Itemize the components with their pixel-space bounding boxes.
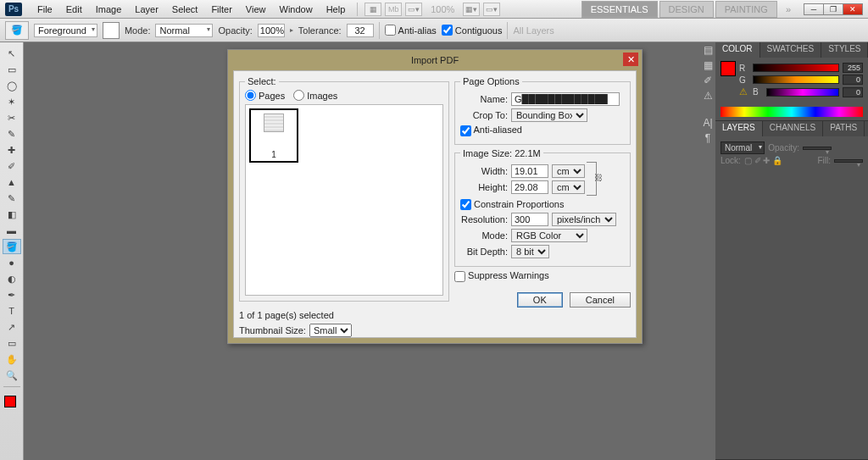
foreground-color-swatch[interactable]: [4, 396, 16, 407]
tab-layers[interactable]: LAYERS: [715, 121, 763, 136]
arrange-docs-icon[interactable]: ▦▾: [463, 3, 480, 16]
crop-to-select[interactable]: Bounding Box: [511, 108, 587, 122]
tool-lasso[interactable]: ◯: [3, 78, 21, 93]
tool-move[interactable]: ↖: [3, 46, 21, 61]
layer-fill-input[interactable]: [834, 159, 863, 163]
menu-layer[interactable]: Layer: [128, 2, 165, 17]
zoom-level[interactable]: 100%: [424, 2, 461, 17]
height-unit-select[interactable]: cm: [552, 180, 585, 194]
b-value[interactable]: 0: [843, 87, 863, 97]
color-swatches[interactable]: [4, 396, 19, 411]
menu-filter[interactable]: Filter: [204, 2, 238, 17]
tool-eraser[interactable]: ◧: [3, 207, 21, 222]
gamut-warning-icon[interactable]: ⚠: [739, 86, 748, 97]
tool-gradient[interactable]: ▬: [3, 223, 21, 238]
g-slider[interactable]: [753, 75, 839, 84]
tool-quick-select[interactable]: ✶: [3, 94, 21, 109]
tool-marquee[interactable]: ▭: [3, 62, 21, 77]
r-value[interactable]: 255: [843, 63, 863, 73]
dialog-close-button[interactable]: ✕: [623, 53, 638, 66]
workspace-design[interactable]: DESIGN: [659, 1, 714, 18]
history-panel-icon[interactable]: ▤: [700, 42, 715, 58]
tab-channels[interactable]: CHANNELS: [763, 121, 823, 136]
menu-file[interactable]: File: [31, 2, 59, 17]
radio-pages[interactable]: Pages: [245, 90, 285, 101]
radio-images[interactable]: Images: [293, 90, 337, 101]
tab-styles[interactable]: STYLES: [821, 42, 868, 58]
current-tool-icon[interactable]: 🪣: [5, 21, 29, 40]
view-extras-icon[interactable]: ▭▾: [405, 3, 422, 16]
brush-panel-icon[interactable]: ✐: [700, 73, 715, 88]
tool-stamp[interactable]: ▲: [3, 175, 21, 190]
paragraph-panel-icon[interactable]: ¶: [700, 130, 715, 146]
tool-blur[interactable]: ●: [3, 255, 21, 270]
tool-bucket[interactable]: 🪣: [3, 239, 21, 254]
tab-swatches[interactable]: SWATCHES: [760, 42, 822, 58]
opacity-flyout-icon[interactable]: ▸: [290, 26, 293, 34]
tool-hand[interactable]: ✋: [3, 352, 21, 367]
workspace-more-icon[interactable]: »: [779, 2, 798, 17]
tool-crop[interactable]: ✂: [3, 110, 21, 125]
thumbnail-area[interactable]: 1: [245, 104, 443, 296]
g-value[interactable]: 0: [843, 75, 863, 85]
workspace-essentials[interactable]: ESSENTIALS: [581, 1, 658, 18]
tool-zoom[interactable]: 🔍: [3, 368, 21, 383]
swatches-panel-icon[interactable]: ▦: [700, 58, 715, 73]
tab-color[interactable]: COLOR: [715, 42, 760, 58]
opacity-input[interactable]: 100%: [258, 24, 285, 37]
layers-panel-menu-icon[interactable]: ≡: [865, 121, 868, 136]
bridge-icon[interactable]: ▦: [364, 3, 381, 16]
page-thumbnail[interactable]: 1: [249, 108, 298, 163]
tool-brush[interactable]: ✐: [3, 158, 21, 174]
b-slider[interactable]: [766, 88, 839, 97]
screen-mode-icon[interactable]: ▭▾: [483, 3, 500, 16]
cancel-button[interactable]: Cancel: [570, 292, 631, 308]
tab-paths[interactable]: PATHS: [823, 121, 865, 136]
name-input[interactable]: [511, 92, 620, 106]
width-unit-select[interactable]: cm: [552, 164, 585, 178]
info-panel-icon[interactable]: ⚠: [700, 88, 715, 103]
tool-dodge[interactable]: ◐: [3, 271, 21, 286]
antialiased-checkbox[interactable]: Anti-aliased: [460, 125, 522, 136]
tolerance-input[interactable]: 32: [347, 24, 374, 37]
lock-icons[interactable]: ▢ ✐ ✚ 🔒: [744, 156, 782, 165]
layer-blend-mode[interactable]: Normal: [721, 141, 765, 154]
layer-opacity-input[interactable]: [803, 147, 832, 150]
resolution-unit-select[interactable]: pixels/inch: [552, 213, 616, 226]
tool-path[interactable]: ↗: [3, 319, 21, 335]
menu-help[interactable]: Help: [320, 2, 353, 17]
constrain-checkbox[interactable]: Constrain Proportions: [460, 199, 564, 211]
menu-edit[interactable]: Edit: [59, 2, 89, 17]
contiguous-checkbox[interactable]: Contiguous: [442, 25, 503, 36]
workspace-painting[interactable]: PAINTING: [715, 1, 777, 18]
r-slider[interactable]: [753, 64, 839, 72]
menu-view[interactable]: View: [239, 2, 273, 17]
antialias-checkbox[interactable]: Anti-alias: [385, 25, 437, 36]
blend-mode-select[interactable]: Normal: [155, 24, 213, 37]
width-input[interactable]: [511, 164, 548, 178]
height-input[interactable]: [511, 180, 548, 194]
menu-window[interactable]: Window: [273, 2, 320, 17]
mini-bridge-icon[interactable]: Mb: [385, 3, 402, 16]
thumbnail-size-select[interactable]: Small: [309, 324, 352, 337]
window-close-icon[interactable]: ✕: [843, 3, 863, 15]
constrain-chain-icon[interactable]: [587, 162, 597, 196]
color-panel-swatch[interactable]: [721, 61, 736, 76]
tool-shape[interactable]: ▭: [3, 335, 21, 351]
bit-depth-select[interactable]: 8 bit: [511, 245, 549, 258]
window-restore-icon[interactable]: ❐: [823, 3, 843, 15]
fill-source-select[interactable]: Foreground: [34, 24, 97, 37]
tool-healing[interactable]: ✚: [3, 142, 21, 158]
window-minimize-icon[interactable]: ─: [804, 3, 824, 15]
tool-history-brush[interactable]: ✎: [3, 191, 21, 206]
tool-eyedropper[interactable]: ✎: [3, 126, 21, 141]
menu-select[interactable]: Select: [165, 2, 205, 17]
character-panel-icon[interactable]: A|: [700, 115, 715, 130]
color-mode-select[interactable]: RGB Color: [511, 229, 587, 242]
ok-button[interactable]: OK: [517, 292, 563, 308]
pattern-swatch[interactable]: [103, 22, 120, 39]
color-spectrum[interactable]: [721, 107, 863, 117]
menu-image[interactable]: Image: [89, 2, 129, 17]
tool-pen[interactable]: ✒: [3, 287, 21, 302]
resolution-input[interactable]: [511, 213, 548, 226]
